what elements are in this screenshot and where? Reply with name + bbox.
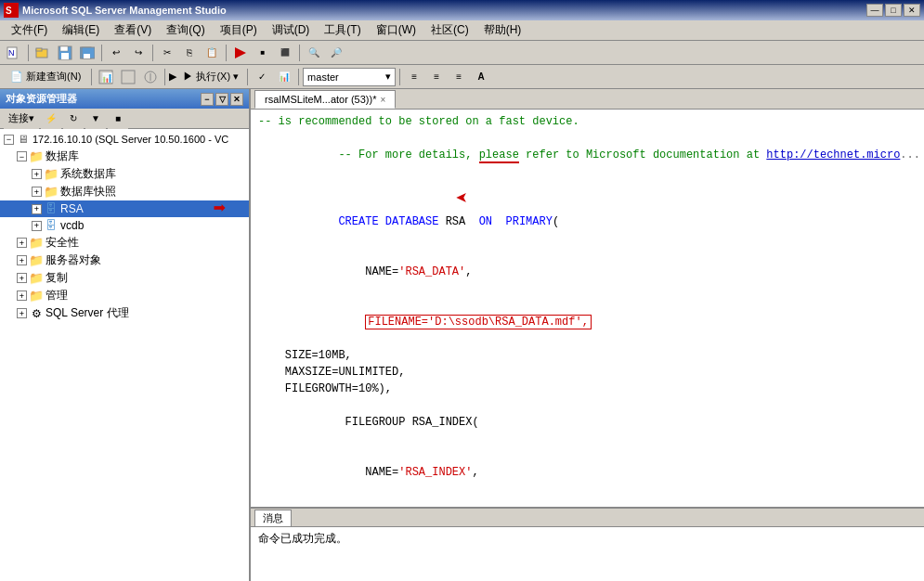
copy-btn[interactable]: ⎘ xyxy=(179,43,200,63)
server-expand-icon[interactable]: − xyxy=(4,135,14,145)
tree-item-sys-db[interactable]: + 📁 系统数据库 xyxy=(0,165,249,183)
vcdb-expand-icon[interactable]: + xyxy=(32,221,42,231)
code-line-1: -- is recommended to be stored on a fast… xyxy=(251,113,924,130)
tab-close-icon[interactable]: × xyxy=(380,95,385,105)
bottom-tab-label: 消息 xyxy=(263,511,283,525)
menu-community[interactable]: 社区(C) xyxy=(423,20,476,40)
menu-file[interactable]: 文件(F) xyxy=(4,20,55,40)
close-btn[interactable]: ✕ xyxy=(904,4,920,17)
tb-btn-7[interactable]: ⬛ xyxy=(275,43,295,63)
menu-query[interactable]: 查询(Q) xyxy=(159,20,212,40)
code-editor[interactable]: -- is recommended to be stored on a fast… xyxy=(251,110,924,507)
server-objects-expand-icon[interactable]: + xyxy=(17,255,27,265)
app-icon: S xyxy=(4,3,19,18)
db-dropdown[interactable]: master ▾ xyxy=(303,68,396,86)
sys-db-expand-icon[interactable]: + xyxy=(32,169,42,179)
tb-btn-5[interactable] xyxy=(230,43,251,63)
stop-btn[interactable]: ■ xyxy=(108,109,128,129)
toolbar-secondary: 📄 新建查询(N) 📊 ▶ ▶ 执行(X) ▾ ✓ 📊 master ▾ ≡ ≡… xyxy=(0,65,924,89)
new-query-btn2[interactable]: 📄 新建查询(N) xyxy=(4,67,87,87)
filter-btn[interactable]: ▼ xyxy=(85,109,106,129)
snapshots-expand-icon[interactable]: + xyxy=(32,187,42,197)
tree-item-rsa[interactable]: + 🗄 RSA ⬅ xyxy=(0,200,249,217)
code-line-3: CREATE DATABASE RSA ON PRIMARY( ➤ xyxy=(251,197,924,247)
tb2-align-right[interactable]: ≡ xyxy=(449,67,469,87)
rsa-expand-icon[interactable]: + xyxy=(32,204,42,214)
menu-tools[interactable]: 工具(T) xyxy=(317,20,368,40)
connect-btn[interactable]: 连接▾ xyxy=(4,109,39,129)
tb-btn-9[interactable]: 🔎 xyxy=(326,43,346,63)
bottom-panel: 消息 命令已成功完成。 xyxy=(251,507,924,581)
open-btn[interactable] xyxy=(33,43,53,63)
header-buttons: − ▽ ✕ xyxy=(201,93,243,106)
replication-icon: 📁 xyxy=(29,271,44,286)
bottom-content: 命令已成功完成。 xyxy=(251,527,924,581)
menu-window[interactable]: 窗口(W) xyxy=(369,20,423,40)
code-text-7: MAXSIZE=UNLIMITED, xyxy=(258,364,917,381)
annotation-arrow-1: ➤ xyxy=(455,192,467,209)
management-label: 管理 xyxy=(46,288,68,303)
code-text-4: NAME='RSA_DATA', xyxy=(258,247,917,297)
code-line-8: FILEGROWTH=10%), xyxy=(251,381,924,397)
tree-item-databases[interactable]: − 📁 数据库 xyxy=(0,148,249,165)
obj-toolbar: 连接▾ ⚡ ↻ ▼ ■ xyxy=(0,109,249,129)
code-text-3: CREATE DATABASE RSA ON PRIMARY( xyxy=(258,197,917,247)
tb2-btn-2[interactable] xyxy=(118,67,138,87)
rsa-label: RSA xyxy=(60,202,84,215)
tb2-align-center[interactable]: ≡ xyxy=(426,67,447,87)
tb-btn-6[interactable]: ■ xyxy=(253,43,273,63)
replication-expand-icon[interactable]: + xyxy=(17,273,27,283)
tab-label: rsaIMSLiteM...ator (53))* xyxy=(265,94,376,105)
editor-tab-main[interactable]: rsaIMSLiteM...ator (53))* × xyxy=(254,90,396,109)
new-query-btn[interactable]: N xyxy=(4,43,24,63)
maximize-btn[interactable]: □ xyxy=(885,4,902,17)
saveall-btn[interactable] xyxy=(77,43,98,63)
paste-btn[interactable]: 📋 xyxy=(202,43,222,63)
tb2-btn-results[interactable]: 📊 xyxy=(274,67,294,87)
tree-item-vcdb[interactable]: + 🗄 vcdb xyxy=(0,217,249,234)
save-btn[interactable] xyxy=(55,43,75,63)
tb2-btn-3[interactable] xyxy=(140,67,161,87)
menu-help[interactable]: 帮助(H) xyxy=(476,20,529,40)
toolbar-sep-4 xyxy=(226,45,227,61)
code-line-11: FILENAME='D:\ssodb\RSA_INDEX.ndf', xyxy=(251,497,924,507)
tb2-btn-parse[interactable]: ✓ xyxy=(252,67,272,87)
tb2-align-left[interactable]: ≡ xyxy=(404,67,424,87)
menu-debug[interactable]: 调试(D) xyxy=(265,20,318,40)
toolbar-sep-1 xyxy=(28,45,29,61)
management-expand-icon[interactable]: + xyxy=(17,290,27,301)
snapshots-icon: 📁 xyxy=(44,185,59,200)
tree-item-replication[interactable]: + 📁 复制 xyxy=(0,269,249,287)
minimize-btn[interactable]: — xyxy=(866,4,883,17)
undo-btn[interactable]: ↩ xyxy=(106,43,126,63)
databases-expand-icon[interactable]: − xyxy=(17,151,27,161)
tree-item-server[interactable]: − 🖥 172.16.10.10 (SQL Server 10.50.1600 … xyxy=(0,131,249,148)
menu-view[interactable]: 查看(V) xyxy=(107,20,159,40)
tb-btn-8[interactable]: 🔍 xyxy=(304,43,324,63)
tree-item-snapshots[interactable]: + 📁 数据库快照 xyxy=(0,183,249,200)
cut-btn[interactable]: ✂ xyxy=(157,43,177,63)
pin-btn[interactable]: − xyxy=(201,93,214,106)
bottom-tab-messages[interactable]: 消息 xyxy=(254,510,292,526)
menu-bar: 文件(F) 编辑(E) 查看(V) 查询(Q) 项目(P) 调试(D) 工具(T… xyxy=(0,20,924,41)
tb2-btn-1[interactable]: 📊 xyxy=(96,67,116,87)
tb2-font[interactable]: A xyxy=(471,67,491,87)
agent-expand-icon[interactable]: + xyxy=(17,308,27,318)
tree-item-server-objects[interactable]: + 📁 服务器对象 xyxy=(0,252,249,269)
redo-btn[interactable]: ↪ xyxy=(128,43,149,63)
menu-edit[interactable]: 编辑(E) xyxy=(55,20,107,40)
expand-btn[interactable]: ▽ xyxy=(215,93,228,106)
disconnect-btn[interactable]: ⚡ xyxy=(41,109,61,129)
tree-item-security[interactable]: + 📁 安全性 xyxy=(0,234,249,252)
security-expand-icon[interactable]: + xyxy=(17,238,27,248)
bottom-tabs: 消息 xyxy=(251,509,924,527)
rsa-arrow: ⬅ xyxy=(214,199,226,216)
execute-btn[interactable]: ▶ 执行(X) ▾ xyxy=(178,67,243,87)
toolbar-sep-5 xyxy=(299,45,300,61)
menu-project[interactable]: 项目(P) xyxy=(213,20,265,40)
app-title: Microsoft SQL Server Management Studio xyxy=(22,5,866,16)
tree-item-management[interactable]: + 📁 管理 xyxy=(0,287,249,304)
refresh-btn[interactable]: ↻ xyxy=(63,109,84,129)
tree-item-agent[interactable]: + ⚙ SQL Server 代理 xyxy=(0,304,249,322)
close-panel-btn[interactable]: ✕ xyxy=(230,93,243,106)
